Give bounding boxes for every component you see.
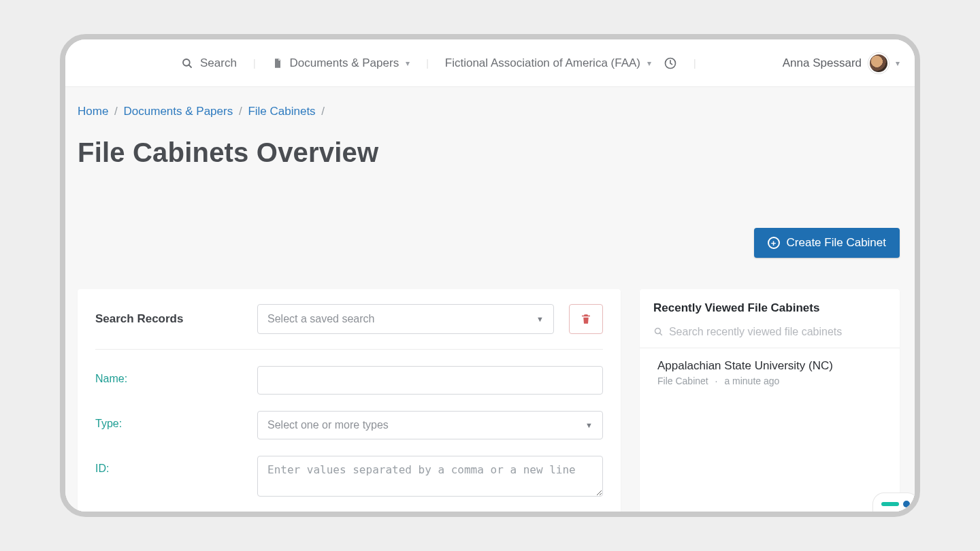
chevron-down-icon: ▾ <box>896 59 900 68</box>
global-search[interactable]: Search <box>181 56 237 70</box>
recent-item[interactable]: Appalachian State University (NC) File C… <box>653 348 886 386</box>
document-icon <box>272 58 283 69</box>
svg-line-4 <box>659 333 662 335</box>
device-frame: Search | Documents & Papers ▾ | Fictiona… <box>60 34 920 517</box>
divider: | <box>249 58 260 69</box>
recent-item-type: File Cabinet <box>657 375 708 386</box>
recent-item-meta: File Cabinet · a minute ago <box>657 375 882 386</box>
content-area: Home / Documents & Papers / File Cabinet… <box>65 87 915 512</box>
saved-search-select[interactable]: Select a saved search ▼ <box>257 304 554 334</box>
caret-down-icon: ▼ <box>536 315 544 323</box>
plus-circle-icon: + <box>768 237 780 249</box>
chat-widget[interactable] <box>872 492 915 512</box>
create-button-label: Create File Cabinet <box>787 236 886 250</box>
search-label: Search <box>200 56 237 70</box>
recent-search-input[interactable] <box>669 326 886 338</box>
id-field[interactable] <box>257 456 603 497</box>
org-switcher[interactable]: Fictional Association of America (FAA) ▾ <box>445 56 651 70</box>
search-icon <box>653 327 664 337</box>
type-placeholder: Select one or more types <box>267 419 389 431</box>
page-title: File Cabinets Overview <box>65 118 915 168</box>
crumb-documents[interactable]: Documents & Papers <box>124 105 233 118</box>
chevron-down-icon: ▾ <box>406 59 410 68</box>
recent-item-title: Appalachian State University (NC) <box>657 359 882 373</box>
crumb-file-cabinets[interactable]: File Cabinets <box>248 105 315 118</box>
name-field[interactable] <box>257 366 603 395</box>
divider: | <box>689 58 700 69</box>
recently-viewed-panel: Recently Viewed File Cabinets Appalachia… <box>640 289 900 512</box>
chat-bar-icon <box>881 502 899 506</box>
user-menu[interactable]: Anna Spessard ▾ <box>783 53 900 73</box>
nav-documents-label: Documents & Papers <box>290 56 399 70</box>
saved-search-placeholder: Select a saved search <box>267 313 374 325</box>
recent-item-time: a minute ago <box>724 375 779 386</box>
chat-dot-icon <box>903 501 910 507</box>
breadcrumb: Home / Documents & Papers / File Cabinet… <box>65 87 915 118</box>
topbar: Search | Documents & Papers ▾ | Fictiona… <box>65 39 915 87</box>
caret-down-icon: ▼ <box>585 421 593 429</box>
search-icon <box>181 57 193 69</box>
history-button[interactable] <box>664 56 677 70</box>
type-select[interactable]: Select one or more types ▼ <box>257 411 603 439</box>
chevron-down-icon: ▾ <box>647 59 651 68</box>
search-records-heading: Search Records <box>95 312 242 326</box>
delete-saved-search-button[interactable] <box>569 304 603 334</box>
avatar <box>868 53 889 73</box>
recently-viewed-heading: Recently Viewed File Cabinets <box>653 301 886 315</box>
type-label: Type: <box>95 411 242 430</box>
search-records-panel: Search Records Select a saved search ▼ N… <box>78 289 621 512</box>
org-name: Fictional Association of America (FAA) <box>445 56 640 70</box>
create-file-cabinet-button[interactable]: + Create File Cabinet <box>754 228 900 258</box>
user-name: Anna Spessard <box>783 56 862 70</box>
svg-line-1 <box>189 65 191 67</box>
nav-documents[interactable]: Documents & Papers ▾ <box>272 56 410 70</box>
trash-icon <box>580 313 592 325</box>
crumb-home[interactable]: Home <box>78 105 108 118</box>
name-label: Name: <box>95 366 242 385</box>
divider: | <box>422 58 433 69</box>
id-label: ID: <box>95 456 242 475</box>
